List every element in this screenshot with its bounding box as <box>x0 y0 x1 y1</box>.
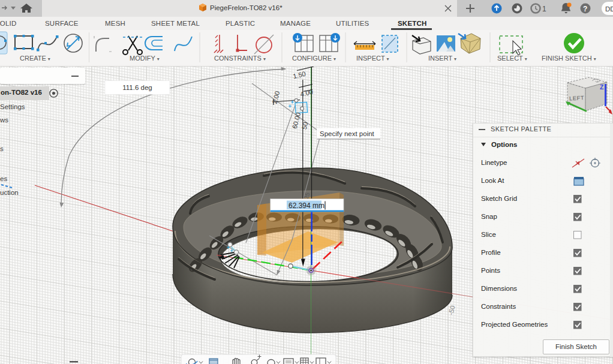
svg-text:62.394 mm: 62.394 mm <box>289 201 324 210</box>
svg-text:Specify next point: Specify next point <box>320 130 375 137</box>
svg-text:?: ? <box>583 5 587 13</box>
svg-text:111.6 deg: 111.6 deg <box>122 84 152 91</box>
svg-text:DD: DD <box>605 5 613 13</box>
svg-text:Z: Z <box>600 83 604 91</box>
svg-text:LEFT: LEFT <box>569 94 585 101</box>
svg-text:1: 1 <box>542 5 546 13</box>
